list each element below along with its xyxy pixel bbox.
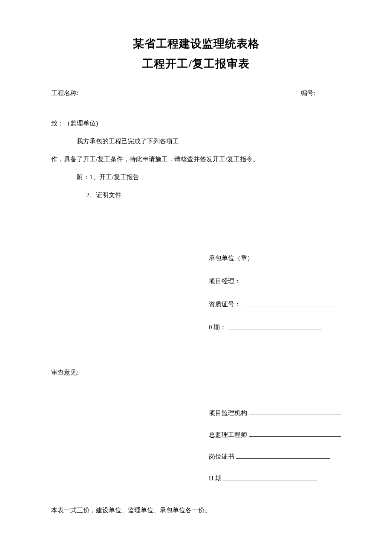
meta-row: 工程名称: 编号: [51,89,341,97]
footer-note: 本表一式三份，建设单位、监理单位、承包单位各一份。 [51,506,341,514]
paragraph-2: 作，具备了开工/复工条件，特此申请施工，请核查并签发开工/复工指令。 [51,150,341,168]
review-label: 审查意见: [51,369,341,377]
signature-block-2: 项目监理机构 总监理工程师 岗位证书 H 期 [209,402,341,489]
to-line: 致：（监理单位) [51,114,341,132]
chief-engineer-line [249,436,341,437]
body-text: 致：（监理单位) 我方承包的工程己完成了下列各项工 作，具备了开工/复工条件，特… [51,114,341,204]
post-cert-label: 岗位证书 [209,446,234,468]
date1-label: 0 期： [209,316,226,339]
title-line-1: 某省工程建设监理统表格 [51,34,341,54]
signature-block-1: 承包单位（章） 项目经理： 资质证号： 0 期： [209,247,341,339]
supervisor-org-row: 项目监理机构 [209,402,341,424]
supervisor-org-label: 项目监理机构 [209,402,247,424]
chief-engineer-label: 总监理工程师 [209,424,247,446]
attachment-label: 附：1、开工/复工报告 [51,168,341,186]
contractor-line [255,260,341,260]
post-cert-row: 岗位证书 [209,446,341,468]
pm-label: 项目经理： [209,270,241,293]
project-name-label: 工程名称: [51,89,78,97]
contractor-label: 承包单位（章） [209,247,254,270]
supervisor-org-line [249,415,341,415]
date2-line [223,480,317,480]
contractor-row: 承包单位（章） [209,247,341,270]
pm-line [242,283,336,283]
title-line-2: 工程开工/复工报审表 [51,54,341,74]
title-block: 某省工程建设监理统表格 工程开工/复工报审表 [51,34,341,74]
cert-row: 资质证号： [209,293,341,316]
date2-row: H 期 [209,468,341,489]
serial-label: 编号: [301,89,315,97]
pm-row: 项目经理： [209,270,341,293]
cert-label: 资质证号： [209,293,241,316]
cert-line [242,306,336,306]
attachment-2: 2、证明文件 [51,186,341,204]
date1-line [228,329,322,329]
document-page: 某省工程建设监理统表格 工程开工/复工报审表 工程名称: 编号: 致：（监理单位… [0,0,392,540]
date2-label: H 期 [209,468,222,489]
post-cert-line [236,458,330,459]
paragraph-1: 我方承包的工程己完成了下列各项工 [51,132,341,150]
date1-row: 0 期： [209,316,341,339]
chief-engineer-row: 总监理工程师 [209,424,341,446]
